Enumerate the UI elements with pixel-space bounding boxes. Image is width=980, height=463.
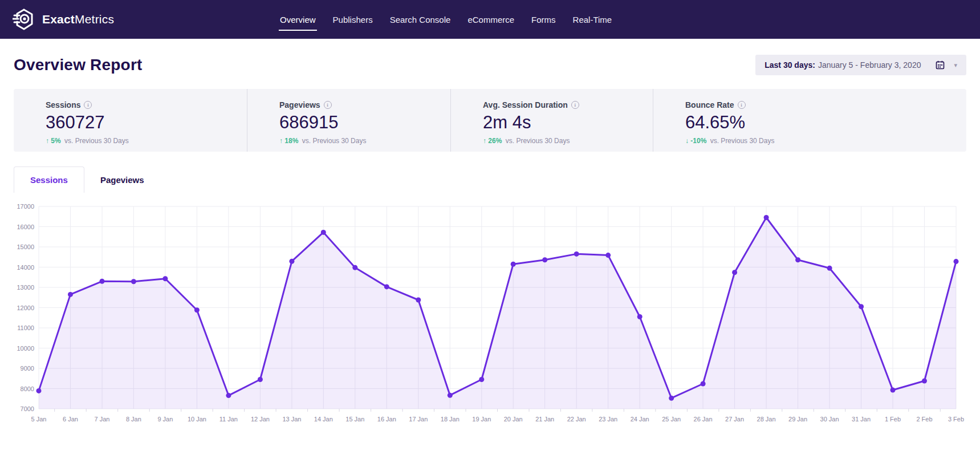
date-range-label: Last 30 days: bbox=[765, 60, 815, 70]
svg-text:13000: 13000 bbox=[17, 284, 34, 291]
stat-value: 360727 bbox=[46, 112, 241, 133]
svg-text:7 Jan: 7 Jan bbox=[95, 416, 110, 423]
svg-text:23 Jan: 23 Jan bbox=[599, 416, 617, 423]
svg-text:17000: 17000 bbox=[17, 203, 34, 210]
svg-text:19 Jan: 19 Jan bbox=[472, 416, 491, 423]
stat-trend: ↑ 26% vs. Previous 30 Days bbox=[483, 137, 647, 145]
svg-text:6 Jan: 6 Jan bbox=[63, 416, 78, 423]
svg-text:7000: 7000 bbox=[21, 405, 34, 412]
nav-item-ecommerce[interactable]: eCommerce bbox=[466, 1, 515, 38]
trend-up-icon: ↑ bbox=[483, 137, 486, 145]
date-range-picker[interactable]: Last 30 days: January 5 - February 3, 20… bbox=[755, 55, 966, 75]
svg-text:16 Jan: 16 Jan bbox=[377, 416, 396, 423]
nav-item-real-time[interactable]: Real-Time bbox=[572, 1, 613, 38]
stat-value: 686915 bbox=[279, 112, 445, 133]
svg-text:8000: 8000 bbox=[21, 385, 34, 392]
svg-text:31 Jan: 31 Jan bbox=[852, 416, 871, 423]
stat-value: 64.65% bbox=[685, 112, 961, 133]
svg-text:22 Jan: 22 Jan bbox=[567, 416, 586, 423]
svg-text:14 Jan: 14 Jan bbox=[314, 416, 333, 423]
svg-text:21 Jan: 21 Jan bbox=[535, 416, 554, 423]
info-icon[interactable]: i bbox=[738, 101, 746, 109]
page-title: Overview Report bbox=[14, 56, 143, 74]
svg-text:9000: 9000 bbox=[21, 365, 34, 372]
stat-trend: ↑ 18% vs. Previous 30 Days bbox=[279, 137, 445, 145]
nav-item-forms[interactable]: Forms bbox=[530, 1, 557, 38]
nav-item-overview[interactable]: Overview bbox=[279, 1, 317, 38]
sessions-area-chart[interactable]: 7000800090001000011000120001300014000150… bbox=[14, 198, 966, 433]
svg-text:14000: 14000 bbox=[17, 264, 34, 271]
trend-down-icon: ↓ bbox=[685, 137, 689, 145]
stat-avg-session-duration: Avg. Session Duration i 2m 4s ↑ 26% vs. … bbox=[450, 89, 653, 152]
stat-trend: ↑ 5% vs. Previous 30 Days bbox=[46, 137, 241, 145]
svg-text:20 Jan: 20 Jan bbox=[504, 416, 523, 423]
info-icon[interactable]: i bbox=[84, 101, 92, 109]
brand-name: ExactMetrics bbox=[42, 13, 114, 26]
stat-bounce-rate: Bounce Rate i 64.65% ↓ -10% vs. Previous… bbox=[653, 89, 966, 152]
svg-text:3 Feb: 3 Feb bbox=[948, 416, 964, 423]
svg-text:15000: 15000 bbox=[17, 243, 34, 250]
svg-text:17 Jan: 17 Jan bbox=[409, 416, 428, 423]
svg-text:10000: 10000 bbox=[17, 345, 34, 352]
svg-text:11000: 11000 bbox=[17, 324, 34, 331]
trend-up-icon: ↑ bbox=[46, 137, 49, 145]
stat-label: Pageviews bbox=[279, 100, 320, 109]
exactmetrics-logo-icon bbox=[13, 8, 35, 31]
info-icon[interactable]: i bbox=[324, 101, 332, 109]
svg-text:25 Jan: 25 Jan bbox=[662, 416, 681, 423]
svg-text:16000: 16000 bbox=[17, 224, 34, 230]
overview-stats-card: Sessions i 360727 ↑ 5% vs. Previous 30 D… bbox=[14, 89, 966, 152]
svg-text:8 Jan: 8 Jan bbox=[126, 416, 141, 423]
stat-label: Avg. Session Duration bbox=[483, 100, 568, 109]
svg-text:12 Jan: 12 Jan bbox=[251, 416, 270, 423]
svg-text:26 Jan: 26 Jan bbox=[694, 416, 713, 423]
title-row: Overview Report Last 30 days: January 5 … bbox=[14, 55, 966, 75]
chart-tabs: Sessions Pageviews bbox=[14, 166, 966, 193]
brand[interactable]: ExactMetrics bbox=[0, 8, 114, 31]
svg-text:9 Jan: 9 Jan bbox=[157, 416, 173, 423]
svg-text:11 Jan: 11 Jan bbox=[219, 416, 238, 423]
calendar-icon[interactable] bbox=[936, 60, 945, 70]
info-icon[interactable]: i bbox=[571, 101, 579, 109]
svg-text:24 Jan: 24 Jan bbox=[631, 416, 649, 423]
svg-text:29 Jan: 29 Jan bbox=[788, 416, 807, 423]
stat-pageviews: Pageviews i 686915 ↑ 18% vs. Previous 30… bbox=[247, 89, 450, 152]
trend-up-icon: ↑ bbox=[279, 137, 283, 145]
svg-text:12000: 12000 bbox=[17, 304, 34, 311]
svg-text:13 Jan: 13 Jan bbox=[282, 416, 301, 423]
svg-text:10 Jan: 10 Jan bbox=[188, 416, 206, 423]
date-range-value: January 5 - February 3, 2020 bbox=[818, 60, 921, 70]
svg-text:27 Jan: 27 Jan bbox=[725, 416, 744, 423]
chevron-down-icon[interactable]: ▾ bbox=[954, 62, 957, 69]
svg-text:5 Jan: 5 Jan bbox=[31, 416, 47, 423]
svg-text:18 Jan: 18 Jan bbox=[441, 416, 459, 423]
tab-sessions[interactable]: Sessions bbox=[14, 166, 84, 193]
stat-label: Sessions bbox=[46, 100, 80, 109]
nav-item-publishers[interactable]: Publishers bbox=[332, 1, 374, 38]
svg-text:1 Feb: 1 Feb bbox=[885, 416, 901, 423]
svg-text:15 Jan: 15 Jan bbox=[345, 416, 364, 423]
svg-text:30 Jan: 30 Jan bbox=[820, 416, 839, 423]
tab-pageviews[interactable]: Pageviews bbox=[84, 167, 160, 193]
nav-item-search-console[interactable]: Search Console bbox=[389, 1, 452, 38]
svg-text:28 Jan: 28 Jan bbox=[757, 416, 776, 423]
stat-sessions: Sessions i 360727 ↑ 5% vs. Previous 30 D… bbox=[14, 89, 247, 152]
svg-text:2 Feb: 2 Feb bbox=[916, 416, 932, 423]
stat-label: Bounce Rate bbox=[685, 100, 734, 109]
stat-trend: ↓ -10% vs. Previous 30 Days bbox=[685, 137, 961, 145]
main-nav: Overview Publishers Search Console eComm… bbox=[279, 0, 613, 39]
stat-value: 2m 4s bbox=[483, 112, 647, 133]
top-navbar: ExactMetrics Overview Publishers Search … bbox=[0, 0, 980, 39]
